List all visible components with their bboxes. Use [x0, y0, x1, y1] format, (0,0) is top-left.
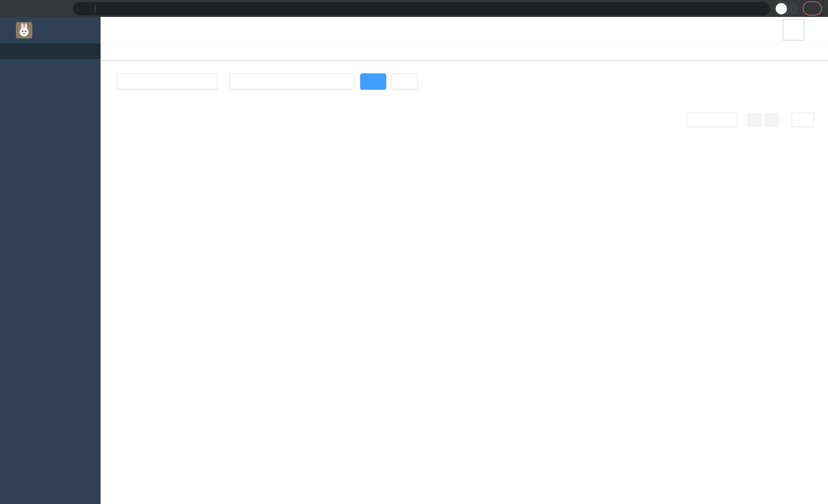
reset-button[interactable]	[391, 73, 418, 90]
search-icon[interactable]	[684, 25, 694, 35]
forward-button[interactable]	[22, 2, 35, 15]
bookmark-star-icon[interactable]	[756, 4, 764, 12]
reload-button[interactable]	[38, 2, 52, 15]
back-button[interactable]	[6, 2, 19, 15]
help-icon[interactable]	[723, 25, 733, 35]
sidebar-submenu	[0, 44, 100, 59]
menu-dots-icon[interactable]	[811, 5, 819, 12]
logo-image	[16, 22, 32, 39]
forward-icon	[25, 4, 33, 13]
refresh-icon	[400, 78, 406, 85]
next-page-button[interactable]	[765, 113, 779, 127]
chevron-down-icon	[727, 117, 733, 123]
calendar-icon	[236, 78, 243, 85]
home-button[interactable]	[55, 2, 68, 15]
search-button[interactable]	[360, 73, 386, 90]
pagination	[111, 113, 818, 137]
page-content	[100, 60, 828, 504]
update-button[interactable]	[803, 2, 822, 15]
warning-icon	[79, 5, 86, 12]
tags-view	[100, 43, 828, 60]
prev-page-button[interactable]	[747, 113, 762, 127]
chevron-left-icon	[751, 117, 758, 123]
address-bar[interactable]	[73, 2, 770, 15]
page-size-select[interactable]	[687, 113, 738, 127]
incognito-badge	[774, 2, 798, 15]
hamburger-icon[interactable]	[108, 25, 119, 35]
home-icon	[57, 4, 66, 13]
screen	[0, 0, 828, 504]
back-icon	[8, 4, 17, 13]
incognito-icon	[776, 3, 787, 14]
omnibox-divider	[95, 5, 95, 12]
goto-page-input[interactable]	[792, 113, 814, 127]
process-name-input[interactable]	[117, 73, 217, 90]
font-size-icon[interactable]	[762, 25, 772, 35]
chevron-right-icon	[769, 117, 776, 123]
search-icon	[368, 78, 375, 85]
fullscreen-icon[interactable]	[742, 25, 752, 35]
key-icon[interactable]	[740, 4, 748, 12]
navbar	[100, 17, 828, 43]
browser-toolbar	[0, 0, 828, 17]
navbar-actions	[684, 19, 820, 41]
avatar[interactable]	[783, 19, 804, 41]
chevron-down-icon[interactable]	[814, 27, 820, 33]
github-icon[interactable]	[703, 25, 713, 35]
sidebar	[0, 17, 100, 504]
reload-icon	[41, 4, 49, 13]
filter-form	[111, 73, 818, 90]
broken-image-icon	[788, 24, 799, 35]
logo[interactable]	[0, 17, 100, 44]
date-range-picker[interactable]	[229, 73, 355, 90]
